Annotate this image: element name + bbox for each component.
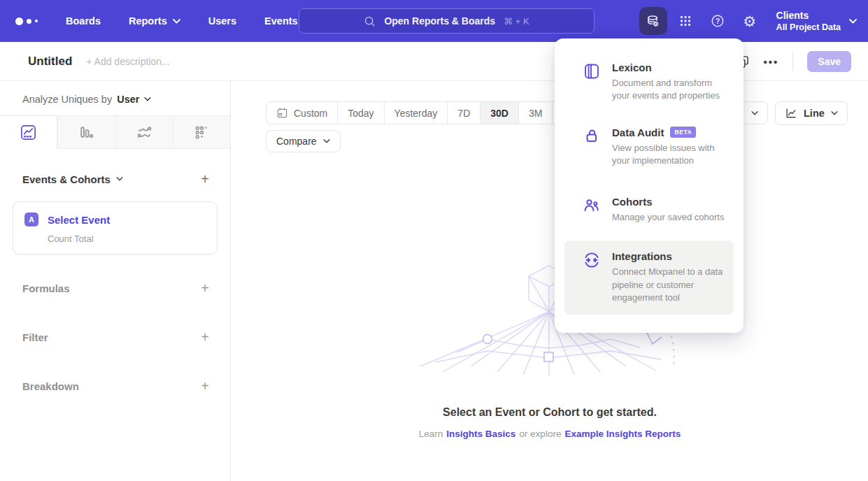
daterange-custom[interactable]: Custom [266,102,338,124]
nav-links: Boards Reports Users Events [66,15,298,27]
analyze-value-dropdown[interactable]: User [117,94,139,105]
settings-button[interactable]: ⚙ [736,7,764,35]
chevron-down-icon [323,139,330,143]
formulas-section: Formulas + [22,281,209,295]
event-card[interactable]: A Select Event Count Total [13,201,218,254]
chevron-down-icon [144,97,151,101]
report-canvas: Custom Today Yesterday 7D 30D 3M 6M Comp… [232,81,868,481]
tab-scatter-chart[interactable] [173,116,230,149]
tab-line-chart[interactable] [0,116,57,149]
events-cohorts-label[interactable]: Events & Cohorts [22,173,111,185]
scatter-dots-icon [193,124,211,141]
calendar-icon [276,107,288,119]
daterange-7d[interactable]: 7D [448,102,481,124]
line-style-icon [785,107,797,120]
learn-prefix: Learn [419,429,443,439]
database-gear-icon [645,13,661,29]
nav-item-label: Reports [129,15,167,27]
or-explore-text: or explore [519,429,561,439]
menu-item-data-audit[interactable]: Data Audit BETA View possible issues wit… [555,127,744,168]
breakdown-section: Breakdown + [22,379,209,393]
beta-badge: BETA [670,127,696,138]
line-chart-icon [20,124,37,141]
help-button[interactable]: ? [704,7,732,35]
search-icon [364,15,376,27]
tab-bar-chart[interactable] [57,116,115,149]
menu-item-cohorts[interactable]: Cohorts Manage your saved cohorts [555,196,744,224]
chart-type-tabs [0,115,230,149]
bar-chart-icon [78,124,95,141]
formulas-label: Formulas [22,282,70,294]
add-breakdown-button[interactable]: + [201,379,209,393]
daterange-30d-selected[interactable]: 30D [481,102,519,124]
add-event-button[interactable]: + [201,172,209,186]
daterange-yesterday[interactable]: Yesterday [385,102,448,124]
chevron-down-icon [173,19,180,24]
nav-item-label: Users [208,15,236,27]
filter-label: Filter [22,331,48,343]
nav-item-users[interactable]: Users [208,15,236,27]
insights-report-page: Boards Reports Users Events Open Reports… [0,0,868,481]
grid-dots-icon [678,13,693,29]
nav-item-label: Events [264,15,298,27]
org-name: Clients [776,10,841,21]
menu-item-lexicon[interactable]: Lexicon Document and transform your even… [555,62,744,103]
save-button[interactable]: Save [807,51,851,72]
compare-dropdown[interactable]: Compare [266,130,341,152]
toolbar-actions: ••• Save [735,42,851,81]
daterange-today[interactable]: Today [338,102,384,124]
nav-item-reports[interactable]: Reports [129,15,180,27]
data-management-button[interactable] [639,7,667,35]
breakdown-label: Breakdown [22,380,79,392]
sync-arrows-icon [583,250,601,304]
add-formula-button[interactable]: + [201,281,209,295]
global-search-bar[interactable]: Open Reports & Boards ⌘ + K [299,8,595,34]
lexicon-book-icon [583,62,601,103]
analyze-prefix: Analyze Uniques by [22,94,112,105]
flow-icon [136,124,153,141]
svg-text:?: ? [716,17,720,25]
ellipsis-icon: ••• [764,56,779,68]
nav-right-actions: ? ⚙ Clients All Project Data [639,0,857,42]
empty-state-headline: Select an Event or Cohort to get started… [232,406,868,419]
tab-flow-chart[interactable] [115,116,173,149]
nav-item-events[interactable]: Events [264,15,298,27]
add-description-field[interactable]: + Add description... [86,56,169,67]
select-event-button[interactable]: Select Event [48,214,110,226]
search-placeholder: Open Reports & Boards [384,15,495,27]
chevron-down-icon [116,177,123,181]
menu-item-integrations[interactable]: Integrations Connect Mixpanel to a data … [564,240,734,314]
events-cohorts-header: Events & Cohorts + [22,172,209,186]
filter-section: Filter + [22,330,209,344]
top-nav: Boards Reports Users Events Open Reports… [0,0,868,42]
more-options-button[interactable]: ••• [764,56,779,68]
nav-item-label: Boards [66,15,101,27]
mixpanel-logo-icon[interactable] [15,17,38,25]
empty-state-links: Learn Insights Basics or explore Example… [232,429,868,439]
event-series-badge: A [24,213,38,227]
toolbar-divider [792,52,793,71]
example-reports-link[interactable]: Example Insights Reports [564,429,681,439]
search-shortcut: ⌘ + K [504,16,529,27]
project-name: All Project Data [776,22,841,32]
people-icon [583,196,601,224]
apps-grid-button[interactable] [671,7,699,35]
data-management-menu: Lexicon Document and transform your even… [555,38,744,333]
daterange-3m[interactable]: 3M [519,102,553,124]
project-switcher[interactable]: Clients All Project Data [776,10,857,32]
insights-basics-link[interactable]: Insights Basics [446,429,515,439]
query-builder-sidebar: Analyze Uniques by User [0,81,231,481]
question-circle-icon: ? [710,13,725,29]
gear-icon: ⚙ [743,14,756,29]
report-title[interactable]: Untitled [28,55,72,69]
chevron-down-icon [831,111,838,115]
chevron-down-icon [751,111,758,115]
lock-icon [583,127,601,168]
analyze-uniques-row: Analyze Uniques by User [0,81,230,105]
event-metric-dropdown[interactable]: Count Total [48,234,206,244]
chevron-down-icon [849,19,857,24]
nav-item-boards[interactable]: Boards [66,15,101,27]
add-filter-button[interactable]: + [201,330,209,344]
date-range-picker: Custom Today Yesterday 7D 30D 3M 6M [266,101,587,124]
chart-style-dropdown[interactable]: Line [775,101,848,125]
